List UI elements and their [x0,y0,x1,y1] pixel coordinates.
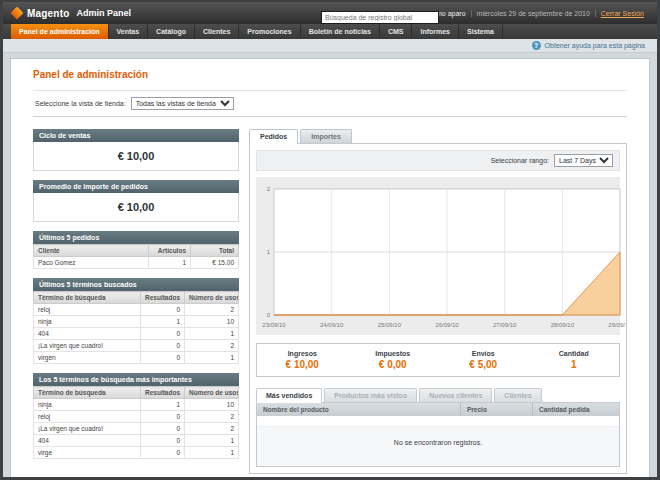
search-term-row[interactable]: ¡La virgen que cuadro! 0 2 [34,340,239,352]
nav-item[interactable]: CMS [380,24,413,39]
card-title: Últimos 5 términos buscados [33,278,239,291]
store-view-label: Seleccione la vista de tienda: [35,100,126,107]
store-view-bar: Seleccione la vista de tienda: Todas las… [33,90,627,117]
global-search [321,6,439,24]
last-search-card: Últimos 5 términos buscados Término de b… [33,278,239,364]
main-nav: Panel de administración Ventas Catálogo … [3,24,657,39]
global-search-input[interactable] [321,11,439,24]
totals-bar: Ingresos € 10,00 Impuestos € 0,00 [256,343,620,377]
svg-text:26/09/10: 26/09/10 [435,322,459,328]
search-results-cell: 0 [141,328,185,340]
search-term-cell: ninja [34,316,141,328]
search-term-row[interactable]: reloj 0 2 [34,411,239,423]
total-stat: Envíos € 5,00 [438,350,529,370]
search-term-cell: ¡La virgen que cuadro! [34,340,141,352]
header: Magento Admin Panel Accedió como aparo m… [3,2,657,24]
stat-label: Impuestos [348,350,439,357]
logo-suffix: Admin Panel [77,8,132,18]
search-term-row[interactable]: virgen 0 1 [34,352,239,364]
search-term-row[interactable]: 404 0 1 [34,328,239,340]
search-uses-cell: 1 [185,352,239,364]
search-term-row[interactable]: reloj 0 2 [34,304,239,316]
grid-tab-label: Productos más vistos [334,392,407,399]
dashboard-tabs: Pedidos Importes [249,129,627,143]
grid-tab[interactable]: Clientes [494,388,541,402]
stat-label: Ingresos [257,350,348,357]
nav-item[interactable]: Ventas [109,24,149,39]
grid-tab[interactable]: Nuevos clientes [419,388,492,402]
help-link[interactable]: Obtener ayuda para esta página [545,42,645,49]
search-term-cell: virge [34,447,141,459]
grid-tab[interactable]: Más vendidos [256,388,322,403]
help-icon: ? [532,41,541,50]
magento-logo-icon [10,6,23,19]
order-row[interactable]: Paco Gomez 1 € 15.00 [34,257,239,269]
total-stat: Impuestos € 0,00 [348,350,439,370]
col-term: Término de búsqueda [34,387,141,399]
search-uses-cell: 10 [185,316,239,328]
grid-header: Nombre del producto Precio Cantidad pedi… [257,403,619,416]
search-term-row[interactable]: ninja 1 10 [34,316,239,328]
nav-item[interactable]: Sistema [459,24,503,39]
order-items-cell: 1 [149,257,191,269]
grid-tab-label: Clientes [504,392,531,399]
page-title: Panel de administración [33,69,627,80]
svg-text:23/09/10: 23/09/10 [262,322,286,328]
search-uses-cell: 2 [185,304,239,316]
svg-text:27/09/10: 27/09/10 [493,322,517,328]
current-date: miércoles 29 de septiembre de 2010 [471,10,595,17]
col-results: Resultados [141,292,185,304]
nav-item-label: Informes [420,28,450,35]
chart-wrapper: 01223/09/1024/09/1025/09/1026/09/1027/09… [256,177,620,335]
card-title: Promedio de importe de pedidos [33,180,239,193]
left-column: Ciclo de ventas € 10,00 Promedio de impo… [33,129,239,474]
search-term-row[interactable]: 404 0 1 [34,435,239,447]
search-results-cell: 0 [141,447,185,459]
nav-item-label: Promociones [247,28,291,35]
search-term-row[interactable]: ¡La virgen que cuadro! 0 2 [34,423,239,435]
search-results-cell: 0 [141,304,185,316]
range-select[interactable]: Last 7 Days [554,154,613,167]
search-results-cell: 0 [141,423,185,435]
tab-label: Pedidos [260,133,287,140]
nav-item-label: Panel de administración [19,28,100,35]
stat-value: € 10,00 [257,359,348,370]
nav-item[interactable]: Catálogo [148,24,195,39]
grid-tabs: Más vendidos Productos más vistos Nuevos… [256,388,620,402]
search-uses-cell: 1 [185,447,239,459]
search-uses-cell: 2 [185,411,239,423]
store-view-select[interactable]: Todas las vistas de tienda [131,97,234,110]
nav-item[interactable]: Boletín de noticias [301,24,380,39]
nav-item[interactable]: Panel de administración [11,24,109,39]
search-uses-cell: 2 [185,423,239,435]
grid-tab[interactable]: Productos más vistos [324,388,417,402]
bestsellers-grid: Nombre del producto Precio Cantidad pedi… [256,402,620,467]
stat-value: 1 [529,359,620,370]
search-term-row[interactable]: ninja 1 10 [34,399,239,411]
admin-page: Magento Admin Panel Accedió como aparo m… [3,2,657,477]
dashboard-tab[interactable]: Importes [300,129,352,143]
col-results: Resultados [141,387,185,399]
search-results-cell: 1 [141,316,185,328]
total-stat: Cantidad 1 [529,350,620,370]
search-term-cell: reloj [34,411,141,423]
col-uses: Número de usos [185,387,239,399]
col-items: Artículos [149,245,191,257]
search-results-cell: 0 [141,340,185,352]
search-term-cell: 404 [34,435,141,447]
nav-item-label: Catálogo [156,28,186,35]
search-results-cell: 1 [141,399,185,411]
grid-empty-row [257,416,619,427]
nav-item[interactable]: Promociones [239,24,300,39]
grid-empty-message: No se encontraron registros. [257,427,619,466]
dashboard-tab[interactable]: Pedidos [249,129,298,144]
nav-item-label: Boletín de noticias [309,28,371,35]
nav-item-label: Ventas [117,28,140,35]
search-uses-cell: 1 [185,435,239,447]
logout-link[interactable]: Cerrar Sesión [601,10,644,17]
logo-text: Magento [27,8,70,19]
search-term-row[interactable]: virge 0 1 [34,447,239,459]
nav-item[interactable]: Informes [412,24,459,39]
nav-item[interactable]: Clientes [195,24,239,39]
order-total-cell: € 15.00 [191,257,239,269]
